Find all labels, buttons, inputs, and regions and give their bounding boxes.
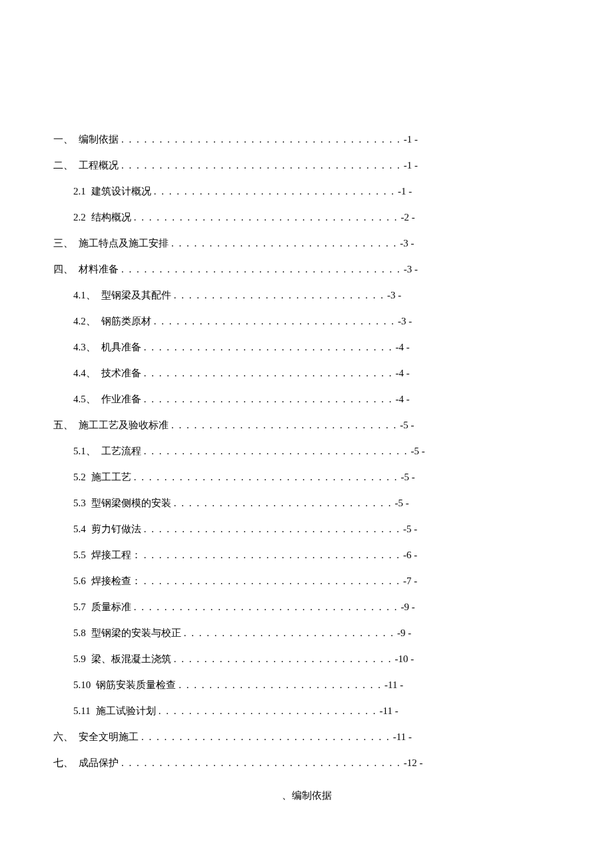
toc-page-number: -3 - [404,264,418,275]
toc-leader-dots: . . . . . . . . . . . . . . . . . . . . … [154,316,395,327]
toc-leader-dots: . . . . . . . . . . . . . . . . . . . . … [179,679,382,691]
toc-title: 质量标准 [91,601,131,614]
toc-number: 4.2、 [73,315,96,328]
toc-leader-dots: . . . . . . . . . . . . . . . . . . . . … [174,290,384,301]
toc-entry: 5.7质量标准. . . . . . . . . . . . . . . . .… [53,601,560,614]
toc-page-number: -12 - [404,757,423,769]
toc-number: 四、 [53,263,73,276]
toc-title: 钢筋安装质量检查 [96,679,176,691]
table-of-contents: 一、编制依据. . . . . . . . . . . . . . . . . … [53,133,560,769]
toc-number: 5.7 [73,602,86,613]
toc-leader-dots: . . . . . . . . . . . . . . . . . . . . … [121,264,401,275]
toc-entry: 三、施工特点及施工安排. . . . . . . . . . . . . . .… [53,237,560,250]
toc-title: 钢筋类原材 [101,315,151,328]
toc-title: 焊接检查： [91,575,141,588]
toc-title: 型钢梁侧模的安装 [91,497,171,510]
toc-entry: 一、编制依据. . . . . . . . . . . . . . . . . … [53,133,560,146]
toc-entry: 5.11施工试验计划. . . . . . . . . . . . . . . … [53,705,560,717]
toc-entry: 5.6焊接检查：. . . . . . . . . . . . . . . . … [53,575,560,588]
toc-leader-dots: . . . . . . . . . . . . . . . . . . . . … [144,342,393,353]
toc-number: 二、 [53,159,73,172]
toc-leader-dots: . . . . . . . . . . . . . . . . . . . . … [134,212,398,223]
toc-leader-dots: . . . . . . . . . . . . . . . . . . . . … [144,550,400,561]
toc-entry: 2.2结构概况. . . . . . . . . . . . . . . . .… [53,211,560,224]
toc-entry: 5.10钢筋安装质量检查. . . . . . . . . . . . . . … [53,679,560,691]
toc-leader-dots: . . . . . . . . . . . . . . . . . . . . … [121,757,401,769]
toc-number: 4.4、 [73,367,96,380]
toc-page-number: -10 - [395,653,414,665]
toc-title: 编制依据 [79,133,119,146]
toc-title: 施工试验计划 [96,705,156,717]
toc-entry: 4.4、技术准备. . . . . . . . . . . . . . . . … [53,367,560,380]
toc-leader-dots: . . . . . . . . . . . . . . . . . . . . … [134,602,398,613]
toc-leader-dots: . . . . . . . . . . . . . . . . . . . . … [144,368,393,379]
toc-title: 工程概况 [79,159,119,172]
toc-leader-dots: . . . . . . . . . . . . . . . . . . . . … [134,472,398,483]
toc-title: 施工工艺 [91,471,131,484]
toc-page-number: -11 - [393,731,412,743]
toc-leader-dots: . . . . . . . . . . . . . . . . . . . . … [174,653,392,665]
toc-entry: 5.1、工艺流程. . . . . . . . . . . . . . . . … [53,445,560,458]
toc-leader-dots: . . . . . . . . . . . . . . . . . . . . … [174,498,392,509]
toc-title: 作业准备 [101,393,141,406]
toc-page-number: -5 - [400,420,414,431]
toc-entry: 4.2、钢筋类原材. . . . . . . . . . . . . . . .… [53,315,560,328]
toc-entry: 5.9梁、板混凝土浇筑. . . . . . . . . . . . . . .… [53,653,560,665]
toc-number: 七、 [53,757,73,769]
toc-number: 5.6 [73,576,86,587]
toc-number: 六、 [53,731,73,743]
toc-number: 一、 [53,133,73,146]
toc-entry: 二、工程概况. . . . . . . . . . . . . . . . . … [53,159,560,172]
toc-title: 安全文明施工 [79,731,139,743]
toc-title: 型钢梁的安装与校正 [91,627,181,640]
toc-number: 4.1、 [73,289,96,302]
toc-entry: 四、材料准备. . . . . . . . . . . . . . . . . … [53,263,560,276]
toc-entry: 5.5焊接工程：. . . . . . . . . . . . . . . . … [53,549,560,562]
toc-leader-dots: . . . . . . . . . . . . . . . . . . . . … [141,731,390,743]
toc-page-number: -5 - [403,524,417,535]
toc-entry: 4.3、机具准备. . . . . . . . . . . . . . . . … [53,341,560,354]
toc-title: 成品保护 [79,757,119,769]
toc-entry: 4.1、型钢梁及其配件. . . . . . . . . . . . . . .… [53,289,560,302]
toc-number: 5.2 [73,472,86,483]
toc-leader-dots: . . . . . . . . . . . . . . . . . . . . … [121,160,401,171]
toc-page-number: -1 - [398,186,412,197]
toc-entry: 七、成品保护. . . . . . . . . . . . . . . . . … [53,757,560,769]
toc-title: 结构概况 [91,211,131,224]
toc-number: 5.3 [73,498,86,509]
toc-leader-dots: . . . . . . . . . . . . . . . . . . . . … [159,705,377,717]
toc-page-number: -1 - [404,134,418,145]
toc-entry: 五、施工工艺及验收标准. . . . . . . . . . . . . . .… [53,419,560,432]
toc-entry: 5.8型钢梁的安装与校正. . . . . . . . . . . . . . … [53,627,560,640]
toc-leader-dots: . . . . . . . . . . . . . . . . . . . . … [144,524,400,535]
toc-entry: 5.3型钢梁侧模的安装. . . . . . . . . . . . . . .… [53,497,560,510]
toc-page-number: -7 - [403,576,417,587]
toc-page-number: -9 - [401,602,415,613]
toc-leader-dots: . . . . . . . . . . . . . . . . . . . . … [184,628,394,639]
toc-number: 4.3、 [73,341,96,354]
toc-page-number: -4 - [396,394,410,405]
toc-title: 材料准备 [79,263,119,276]
toc-page-number: -3 - [387,290,401,301]
toc-title: 施工工艺及验收标准 [79,419,169,432]
toc-number: 5.9 [73,653,86,665]
toc-title: 建筑设计概况 [91,185,151,198]
toc-number: 5.8 [73,628,86,639]
toc-number: 5.10 [73,679,91,691]
toc-entry: 2.1建筑设计概况. . . . . . . . . . . . . . . .… [53,185,560,198]
toc-leader-dots: . . . . . . . . . . . . . . . . . . . . … [121,134,401,145]
toc-number: 5.1、 [73,445,96,458]
toc-page-number: -5 - [401,472,415,483]
toc-page-number: -5 - [411,446,425,457]
toc-page-number: -3 - [400,238,414,249]
toc-title: 工艺流程 [101,445,141,458]
section-heading: 、编制依据 [53,789,560,802]
toc-page-number: -11 - [379,705,398,717]
toc-page-number: -4 - [396,368,410,379]
toc-title: 剪力钉做法 [91,523,141,536]
toc-number: 五、 [53,419,73,432]
toc-leader-dots: . . . . . . . . . . . . . . . . . . . . … [144,394,393,405]
toc-page-number: -5 - [395,498,409,509]
toc-number: 2.2 [73,212,86,223]
toc-title: 技术准备 [101,367,141,380]
